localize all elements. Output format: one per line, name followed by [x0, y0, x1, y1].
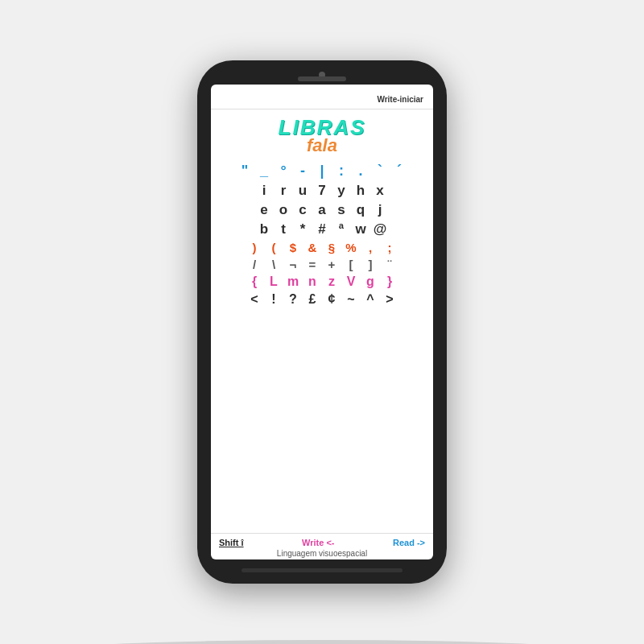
key-caret[interactable]: ^	[361, 291, 379, 308]
key-w[interactable]: w	[352, 221, 369, 238]
shift-button[interactable]: Shift î	[219, 538, 244, 547]
key-acute[interactable]: ´	[390, 162, 408, 180]
key-row-4: b t * # ª w @	[219, 221, 425, 238]
key-colon[interactable]: :	[332, 162, 350, 180]
key-r[interactable]: r	[275, 182, 292, 200]
key-comma[interactable]: ,	[361, 240, 379, 255]
key-i[interactable]: i	[255, 182, 273, 200]
key-underscore[interactable]: _	[255, 162, 273, 180]
key-percent[interactable]: %	[342, 240, 360, 255]
key-backtick[interactable]: `	[371, 162, 389, 180]
key-tilde[interactable]: ~	[342, 291, 360, 308]
key-exclaim[interactable]: !	[265, 291, 283, 308]
key-dquote[interactable]: ¨	[381, 257, 398, 272]
key-dollar[interactable]: $	[284, 240, 302, 255]
key-lt[interactable]: <	[246, 291, 263, 308]
key-section[interactable]: §	[323, 240, 341, 255]
key-lparen[interactable]: (	[265, 240, 283, 255]
key-row-7: { L m n z V g }	[219, 274, 425, 290]
key-u[interactable]: u	[294, 182, 312, 200]
key-z[interactable]: z	[323, 274, 341, 290]
app-logo: LIBRAS fala	[279, 116, 366, 155]
key-row-1: " _ ° - | : . ` ´	[219, 162, 425, 180]
key-asterisk[interactable]: *	[294, 221, 312, 238]
key-degree[interactable]: °	[275, 162, 292, 180]
key-forda[interactable]: ª	[332, 221, 350, 238]
key-c[interactable]: c	[294, 201, 312, 219]
key-pipe[interactable]: |	[313, 162, 331, 180]
key-equals[interactable]: =	[303, 257, 321, 272]
key-not[interactable]: ¬	[284, 257, 302, 272]
key-backslash[interactable]: \	[265, 257, 283, 272]
screen-footer: Shift î Write <- Read -> Linguagem visuo…	[211, 533, 433, 559]
key-pound[interactable]: £	[303, 291, 321, 308]
key-rbrace[interactable]: }	[381, 274, 398, 290]
write-button[interactable]: Write <-	[302, 538, 334, 547]
key-dash[interactable]: -	[294, 162, 312, 180]
key-o[interactable]: o	[275, 201, 292, 219]
keyboard-area: " _ ° - | : . ` ´ i r u 7 y h	[219, 162, 425, 526]
phone-bottom-bar	[242, 568, 402, 572]
key-quote[interactable]: "	[236, 162, 254, 180]
phone-screen: Write-iniciar LIBRAS fala " _ ° - | : .	[211, 85, 433, 559]
phone-top-bar	[298, 76, 346, 81]
key-h[interactable]: h	[352, 182, 369, 200]
key-dot[interactable]: .	[352, 162, 369, 180]
key-ampersand[interactable]: &	[303, 240, 321, 255]
read-button[interactable]: Read ->	[393, 538, 425, 547]
key-lbracket[interactable]: [	[342, 257, 360, 272]
phone-frame: Write-iniciar LIBRAS fala " _ ° - | : .	[197, 60, 447, 584]
key-row-3: e o c a s q j	[219, 201, 425, 219]
key-g[interactable]: g	[361, 274, 379, 290]
key-row-5: ) ( $ & § % , ;	[219, 240, 425, 255]
key-rparen[interactable]: )	[246, 240, 263, 255]
key-question[interactable]: ?	[284, 291, 302, 308]
key-rbracket[interactable]: ]	[361, 257, 379, 272]
key-s[interactable]: s	[332, 201, 350, 219]
header-title: Write-iniciar	[377, 95, 423, 104]
key-t[interactable]: t	[275, 221, 292, 238]
key-row-2: i r u 7 y h x	[219, 182, 425, 200]
key-y[interactable]: y	[332, 182, 350, 200]
lang-label: Linguagem visuoespacial	[219, 549, 425, 558]
key-cent[interactable]: ¢	[323, 291, 341, 308]
key-7[interactable]: 7	[313, 182, 331, 200]
key-n[interactable]: n	[303, 274, 321, 290]
key-lbrace[interactable]: {	[246, 274, 263, 290]
key-b[interactable]: b	[255, 221, 273, 238]
key-e[interactable]: e	[255, 201, 273, 219]
screen-content: LIBRAS fala " _ ° - | : . ` ´	[211, 109, 433, 533]
key-semicolon[interactable]: ;	[381, 240, 398, 255]
key-x[interactable]: x	[371, 182, 389, 200]
key-row-8: < ! ? £ ¢ ~ ^ >	[219, 291, 425, 308]
key-m[interactable]: m	[284, 274, 302, 290]
screen-header: Write-iniciar	[211, 85, 433, 109]
key-L[interactable]: L	[265, 274, 283, 290]
key-slash[interactable]: /	[246, 257, 263, 272]
key-plus[interactable]: +	[323, 257, 341, 272]
phone-shadow	[24, 640, 620, 644]
key-j[interactable]: j	[371, 201, 389, 219]
key-at[interactable]: @	[371, 221, 389, 238]
key-hash[interactable]: #	[313, 221, 331, 238]
key-q[interactable]: q	[352, 201, 369, 219]
key-a[interactable]: a	[313, 201, 331, 219]
key-gt[interactable]: >	[381, 291, 398, 308]
key-row-6: / \ ¬ = + [ ] ¨	[219, 257, 425, 272]
key-V[interactable]: V	[342, 274, 360, 290]
